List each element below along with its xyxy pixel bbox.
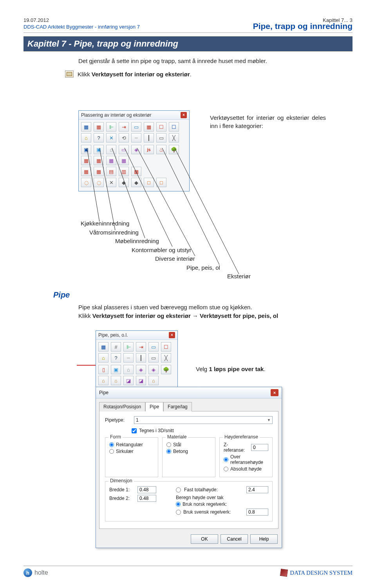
intro-p2-prefix: Klikk bbox=[78, 71, 92, 78]
pipe-icon[interactable]: 🌳 bbox=[161, 365, 171, 374]
tool-icon[interactable]: ⌂ bbox=[81, 133, 91, 142]
pipe-icon[interactable]: ◪ bbox=[123, 376, 134, 385]
grid-icon[interactable]: ▦ bbox=[119, 156, 129, 165]
grid-icon[interactable]: ▦ bbox=[106, 156, 116, 165]
tab-rotasjon[interactable]: Rotasjon/Posisjon bbox=[99, 402, 145, 411]
grid-icon[interactable]: ▦ bbox=[81, 167, 91, 176]
shape-icon[interactable]: ✕ bbox=[106, 178, 116, 187]
tab-pipe[interactable]: Pipe bbox=[145, 402, 163, 411]
close-icon[interactable]: × bbox=[181, 112, 187, 118]
tool-icon[interactable]: ? bbox=[111, 353, 121, 363]
pipe-icon[interactable]: ▣ bbox=[111, 365, 121, 374]
help-button[interactable]: Help bbox=[250, 534, 278, 544]
tool-icon[interactable]: ⌂ bbox=[98, 353, 108, 363]
tool-icon[interactable]: ☐ bbox=[156, 122, 166, 132]
shape-icon[interactable]: ◆ bbox=[131, 178, 141, 187]
form-sirkular-radio[interactable] bbox=[109, 449, 114, 454]
mat-betong-label: Betong bbox=[173, 449, 188, 454]
tegnes-3d-checkbox[interactable] bbox=[132, 428, 137, 433]
tool-icon[interactable]: ▦ bbox=[81, 122, 91, 132]
cancel-button[interactable]: Cancel bbox=[221, 534, 248, 544]
abs-hoyde-radio[interactable] bbox=[224, 467, 228, 471]
ok-button[interactable]: OK bbox=[191, 534, 218, 544]
pipetype-select[interactable]: 1 ▼ bbox=[134, 416, 273, 424]
category-misc-icon[interactable]: ◈ bbox=[131, 145, 141, 154]
shape-icon[interactable]: ◌ bbox=[94, 178, 104, 187]
abs-hoyde-label: Absolutt høyde bbox=[230, 466, 262, 472]
grid-icon[interactable]: ▥ bbox=[119, 167, 129, 176]
pipe-1lop-icon[interactable]: ▯ bbox=[98, 365, 108, 374]
tool-icon[interactable]: ⇥ bbox=[119, 122, 129, 132]
tab-fargelag[interactable]: Farge/lag bbox=[163, 402, 192, 411]
pipe-icon[interactable]: ◪ bbox=[136, 376, 146, 385]
mat-betong-radio[interactable] bbox=[166, 449, 171, 454]
header-chapter-title: Pipe, trapp og innredning bbox=[253, 22, 352, 31]
tool-icon[interactable]: ? bbox=[94, 133, 104, 142]
tool-icon[interactable]: ▦ bbox=[144, 122, 154, 132]
close-icon[interactable]: × bbox=[169, 332, 175, 338]
intro-paragraph-1: Det gjenstår å sette inn pipe og trapp, … bbox=[78, 57, 352, 65]
tool-icon[interactable]: ╳ bbox=[169, 133, 179, 142]
pipe-icon[interactable]: ◈ bbox=[136, 365, 146, 374]
pipe-icon[interactable]: ⌂ bbox=[98, 376, 108, 385]
tool-icon[interactable]: ▦ bbox=[98, 342, 108, 352]
grid-icon[interactable]: ▤ bbox=[106, 167, 116, 176]
tool-icon[interactable]: ▦ bbox=[94, 122, 104, 132]
tool-icon[interactable]: ▭ bbox=[131, 122, 141, 132]
shape-icon[interactable]: ◆ bbox=[119, 178, 129, 187]
tool-icon[interactable]: ┃ bbox=[136, 353, 146, 363]
header-publication: DDS-CAD Arkitekt Byggmester - innføring … bbox=[24, 24, 140, 30]
pipe-icon[interactable]: ⌂ bbox=[123, 365, 134, 374]
shape-icon[interactable]: □ bbox=[156, 178, 166, 187]
tool-icon[interactable]: ┈ bbox=[123, 353, 134, 363]
tool-icon[interactable]: ☐ bbox=[169, 122, 179, 132]
pipe-line2-pre: Klikk bbox=[78, 312, 92, 319]
grid-icon[interactable]: ▦ bbox=[131, 167, 141, 176]
tool-icon[interactable]: ✕ bbox=[106, 133, 116, 142]
category-furniture-icon[interactable]: ⌂ bbox=[106, 145, 116, 154]
zref-input[interactable] bbox=[251, 444, 268, 451]
tool-icon[interactable]: ⇥ bbox=[136, 342, 146, 352]
category-bath-icon[interactable]: ▣ bbox=[94, 145, 104, 154]
over-ref-radio[interactable] bbox=[224, 457, 228, 462]
fast-totalhoyde-radio[interactable] bbox=[176, 487, 181, 492]
pipe-icon[interactable]: ◈ bbox=[148, 365, 159, 374]
category-kitchen-icon[interactable]: ▣ bbox=[81, 145, 91, 154]
close-icon[interactable]: × bbox=[271, 389, 278, 396]
tool-icon[interactable]: ┃ bbox=[144, 133, 154, 142]
norsk-regelverk-radio[interactable] bbox=[176, 502, 181, 507]
grid-icon[interactable]: ▦ bbox=[94, 167, 104, 176]
tool-icon[interactable]: ▭ bbox=[148, 342, 159, 352]
tool-icon[interactable]: ⟲ bbox=[119, 133, 129, 142]
tool-icon[interactable]: ⊩ bbox=[106, 122, 116, 132]
tool-icon[interactable]: ╳ bbox=[161, 353, 171, 363]
tool-icon[interactable]: ┈ bbox=[131, 133, 141, 142]
grid-icon[interactable]: ▦ bbox=[81, 156, 91, 165]
mat-stal-radio[interactable] bbox=[166, 442, 171, 447]
group-dimensjon-title: Dimensjon bbox=[108, 478, 134, 483]
tool-icon[interactable]: ☐ bbox=[161, 342, 171, 352]
pipe-icon[interactable]: ⌂ bbox=[111, 376, 121, 385]
svensk-regelverk-input[interactable] bbox=[246, 509, 268, 516]
tool-icon[interactable]: ⊩ bbox=[123, 342, 134, 352]
tegnes-3d-label: Tegnes i 3D/snitt bbox=[139, 428, 174, 433]
grid-icon[interactable]: ▦ bbox=[94, 156, 104, 165]
tool-icon[interactable]: ▭ bbox=[148, 353, 159, 363]
svensk-regelverk-radio[interactable] bbox=[176, 510, 181, 515]
form-rektangular-radio[interactable] bbox=[109, 442, 114, 447]
tool-icon[interactable]: ▭ bbox=[156, 133, 166, 142]
category-exterior-icon[interactable]: 🌳 bbox=[169, 145, 179, 154]
bredde1-input[interactable] bbox=[137, 486, 156, 493]
category-pipe-icon[interactable]: ♨ bbox=[156, 145, 166, 154]
category-office-icon[interactable]: ▭ bbox=[119, 145, 129, 154]
category-js-icon[interactable]: js bbox=[144, 145, 154, 154]
velg-post: . bbox=[264, 366, 265, 372]
tool-icon[interactable]: # bbox=[111, 342, 121, 352]
fast-totalhoyde-input[interactable] bbox=[246, 486, 268, 493]
mat-stal-label: Stål bbox=[173, 442, 181, 447]
shape-icon[interactable]: □ bbox=[144, 178, 154, 187]
pipetype-value: 1 bbox=[136, 417, 139, 423]
pipe-icon[interactable]: ⌂ bbox=[148, 376, 159, 385]
bredde2-input[interactable] bbox=[137, 495, 156, 502]
shape-icon[interactable]: ◌ bbox=[81, 178, 91, 187]
